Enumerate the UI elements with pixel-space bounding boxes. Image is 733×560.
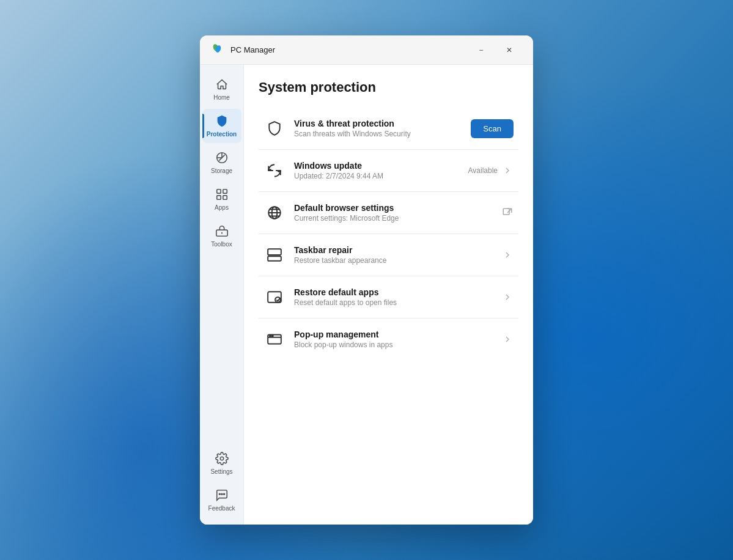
popup-management-chevron-icon bbox=[501, 333, 514, 345]
svg-rect-18 bbox=[268, 256, 281, 261]
apps-icon bbox=[215, 187, 229, 202]
active-indicator bbox=[202, 114, 204, 138]
storage-icon bbox=[215, 150, 229, 165]
browser-settings-title: Default browser settings bbox=[294, 203, 493, 213]
svg-rect-5 bbox=[216, 196, 220, 199]
sidebar-item-apps-label: Apps bbox=[215, 204, 229, 212]
windows-update-item[interactable]: Windows update Updated: 2/7/2024 9:44 AM… bbox=[259, 150, 518, 192]
home-icon bbox=[215, 77, 229, 92]
sidebar-item-protection[interactable]: Protection bbox=[202, 109, 241, 143]
protection-list: Virus & threat protection Scan threats w… bbox=[259, 108, 518, 360]
svg-rect-3 bbox=[216, 190, 220, 193]
virus-protection-subtitle: Scan threats with Windows Security bbox=[294, 130, 462, 138]
restore-apps-text: Restore default apps Reset default apps … bbox=[294, 287, 493, 307]
svg-point-25 bbox=[272, 336, 273, 337]
restore-apps-icon bbox=[263, 286, 285, 308]
restore-apps-item[interactable]: Restore default apps Reset default apps … bbox=[259, 276, 518, 319]
popup-management-text: Pop-up management Block pop-up windows i… bbox=[294, 330, 493, 349]
protection-icon bbox=[215, 114, 229, 128]
sidebar-top: Home Protection bbox=[200, 72, 243, 446]
svg-point-11 bbox=[221, 493, 223, 495]
virus-protection-text: Virus & threat protection Scan threats w… bbox=[294, 119, 462, 138]
popup-management-icon bbox=[263, 328, 285, 350]
external-link-icon bbox=[501, 207, 514, 219]
svg-rect-4 bbox=[223, 190, 226, 193]
virus-protection-icon bbox=[263, 117, 285, 139]
taskbar-repair-item[interactable]: Taskbar repair Restore taskbar appearanc… bbox=[259, 234, 518, 276]
titlebar: PC Manager − ✕ bbox=[200, 35, 533, 65]
virus-protection-item[interactable]: Virus & threat protection Scan threats w… bbox=[259, 108, 518, 150]
svg-point-24 bbox=[270, 336, 271, 337]
windows-update-text: Windows update Updated: 2/7/2024 9:44 AM bbox=[294, 161, 460, 180]
sidebar-item-settings[interactable]: Settings bbox=[202, 446, 241, 481]
svg-point-10 bbox=[219, 493, 220, 495]
sidebar: Home Protection bbox=[200, 65, 244, 525]
window-title: PC Manager bbox=[230, 45, 467, 54]
taskbar-repair-icon bbox=[263, 244, 285, 266]
restore-apps-subtitle: Reset default apps to open files bbox=[294, 298, 493, 307]
restore-apps-title: Restore default apps bbox=[294, 287, 493, 297]
browser-settings-item[interactable]: Default browser settings Current setting… bbox=[259, 192, 518, 234]
browser-settings-subtitle: Current settings: Microsoft Edge bbox=[294, 214, 493, 223]
sidebar-bottom: Settings Feedback bbox=[200, 446, 243, 517]
toolbox-icon bbox=[215, 224, 229, 238]
browser-settings-text: Default browser settings Current setting… bbox=[294, 203, 493, 223]
app-window: PC Manager − ✕ Home bbox=[200, 35, 533, 525]
windows-update-icon bbox=[263, 160, 285, 182]
taskbar-repair-action bbox=[501, 249, 514, 261]
sidebar-item-toolbox[interactable]: Toolbox bbox=[202, 219, 241, 253]
app-body: Home Protection bbox=[200, 65, 533, 525]
sidebar-item-feedback[interactable]: Feedback bbox=[202, 483, 241, 517]
sidebar-item-storage[interactable]: Storage bbox=[202, 146, 241, 180]
taskbar-repair-chevron-icon bbox=[501, 249, 514, 261]
windows-update-chevron-icon bbox=[501, 164, 514, 177]
taskbar-repair-text: Taskbar repair Restore taskbar appearanc… bbox=[294, 245, 493, 265]
sidebar-item-home[interactable]: Home bbox=[202, 72, 241, 106]
taskbar-repair-subtitle: Restore taskbar appearance bbox=[294, 256, 493, 265]
available-text: Available bbox=[468, 166, 498, 175]
minimize-button[interactable]: − bbox=[467, 40, 495, 60]
popup-management-title: Pop-up management bbox=[294, 330, 493, 339]
sidebar-item-protection-label: Protection bbox=[207, 131, 237, 138]
svg-point-12 bbox=[223, 493, 224, 495]
popup-management-item[interactable]: Pop-up management Block pop-up windows i… bbox=[259, 319, 518, 360]
popup-management-action bbox=[501, 333, 514, 345]
feedback-icon bbox=[215, 488, 229, 503]
restore-apps-action bbox=[501, 291, 514, 303]
sidebar-item-settings-label: Settings bbox=[210, 468, 232, 476]
close-button[interactable]: ✕ bbox=[495, 40, 523, 60]
popup-management-subtitle: Block pop-up windows in apps bbox=[294, 341, 493, 349]
svg-rect-19 bbox=[268, 249, 281, 255]
sidebar-item-feedback-label: Feedback bbox=[208, 505, 235, 512]
windows-update-title: Windows update bbox=[294, 161, 460, 171]
sidebar-item-storage-label: Storage bbox=[211, 168, 232, 175]
virus-protection-action: Scan bbox=[471, 119, 514, 138]
main-content: System protection Virus & threat protect… bbox=[244, 65, 533, 525]
app-logo bbox=[210, 43, 224, 57]
svg-rect-6 bbox=[223, 196, 226, 199]
window-controls: − ✕ bbox=[467, 40, 523, 60]
svg-point-9 bbox=[220, 457, 224, 460]
sidebar-item-home-label: Home bbox=[213, 94, 230, 101]
virus-protection-title: Virus & threat protection bbox=[294, 119, 462, 128]
sidebar-item-toolbox-label: Toolbox bbox=[211, 241, 232, 248]
page-title: System protection bbox=[259, 79, 518, 95]
windows-update-subtitle: Updated: 2/7/2024 9:44 AM bbox=[294, 172, 460, 180]
taskbar-repair-title: Taskbar repair bbox=[294, 245, 493, 255]
sidebar-item-apps[interactable]: Apps bbox=[202, 182, 241, 216]
browser-settings-icon bbox=[263, 202, 285, 224]
windows-update-action: Available bbox=[468, 164, 514, 177]
restore-apps-chevron-icon bbox=[501, 291, 514, 303]
browser-settings-action bbox=[501, 207, 514, 219]
scan-button[interactable]: Scan bbox=[471, 119, 514, 138]
settings-icon bbox=[215, 451, 229, 466]
